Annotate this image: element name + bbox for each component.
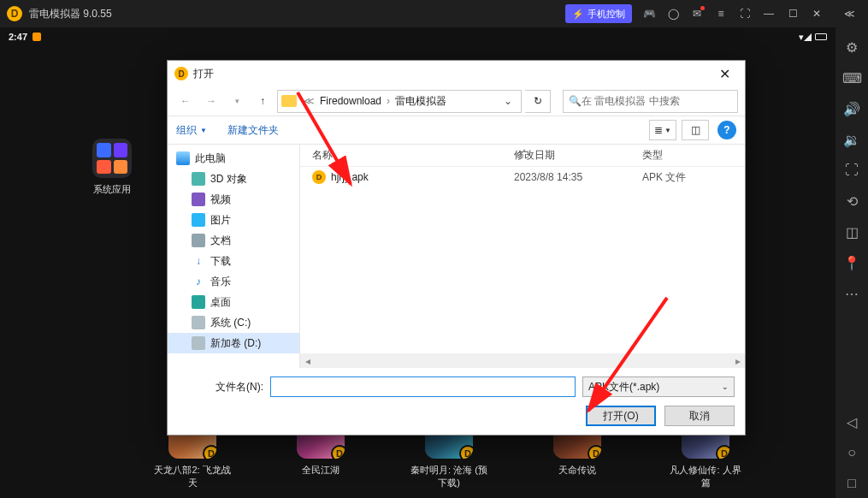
tree-documents[interactable]: 文档	[168, 230, 299, 251]
filetype-label: APK文件(*.apk)	[588, 380, 659, 394]
menu-icon[interactable]: ≡	[709, 2, 733, 26]
scroll-right-icon[interactable]: ▸	[730, 353, 745, 368]
file-name: hjrjy.apk	[331, 171, 369, 183]
android-statusbar: 2:47 ▾	[0, 27, 836, 46]
maximize-button[interactable]: ☐	[781, 2, 805, 26]
refresh-button[interactable]: ↻	[525, 90, 551, 113]
emulator-logo-icon: D	[7, 6, 22, 21]
cancel-button[interactable]: 取消	[664, 406, 735, 426]
emulator-close-button[interactable]: ✕	[805, 2, 829, 26]
android-back-button[interactable]: ◁	[837, 407, 866, 436]
col-type[interactable]: 类型	[642, 148, 745, 163]
tree-label: 视频	[210, 193, 231, 207]
tree-pictures[interactable]: 图片	[168, 210, 299, 230]
app-badge-icon: D	[459, 445, 473, 459]
phone-control-button[interactable]: ⚡ 手机控制	[565, 4, 632, 23]
tree-downloads[interactable]: ↓下载	[168, 251, 299, 271]
game-label: 凡人修仙传: 人界篇	[667, 464, 744, 489]
new-folder-label: 新建文件夹	[227, 123, 279, 138]
side-volume-up-icon[interactable]: 🔊	[837, 94, 866, 123]
organize-menu[interactable]: 组织 ▼	[176, 123, 207, 138]
collapse-sidebar-button[interactable]: ≪	[837, 2, 861, 26]
side-keyboard-icon[interactable]: ⌨	[837, 63, 866, 92]
scroll-left-icon[interactable]: ◂	[300, 353, 315, 368]
filetype-select[interactable]: APK文件(*.apk) ⌄	[582, 376, 735, 397]
filename-input[interactable]	[270, 376, 576, 397]
emulator-titlebar: D 雷电模拟器 9.0.55 ⚡ 手机控制 🎮 ◯ ✉ ≡ ⛶ — ☐ ✕ ≪	[0, 0, 868, 27]
nav-up-button[interactable]: ↑	[251, 90, 274, 112]
bolt-icon: ⚡	[572, 9, 584, 20]
new-folder-button[interactable]: 新建文件夹	[227, 123, 279, 138]
minimize-button[interactable]: —	[757, 2, 781, 26]
chevron-right-icon: ≪	[302, 95, 316, 107]
tree-3d-objects[interactable]: 3D 对象	[168, 169, 299, 189]
android-home-button[interactable]: ○	[837, 438, 866, 467]
game-label: 天龙八部2: 飞龙战天	[154, 464, 231, 489]
file-row[interactable]: D hjrjy.apk 2023/8/8 14:35 APK 文件	[300, 167, 745, 187]
filename-label: 文件名(N):	[178, 380, 263, 394]
col-date[interactable]: 修改日期	[514, 148, 642, 163]
signal-icon	[804, 33, 812, 41]
emulator-title: 雷电模拟器 9.0.55	[29, 7, 112, 21]
tree-d-drive[interactable]: 新加卷 (D:)	[168, 333, 299, 353]
open-button-label: 打开(O)	[603, 409, 638, 424]
game-label: 全民江湖	[282, 464, 359, 477]
fullscreen-icon[interactable]: ⛶	[733, 2, 757, 26]
android-recent-button[interactable]: □	[837, 469, 866, 498]
side-settings-icon[interactable]: ⚙	[837, 33, 866, 62]
search-box[interactable]: 🔍	[563, 90, 738, 113]
organize-label: 组织	[176, 123, 197, 138]
app-badge-icon: D	[331, 445, 345, 459]
system-apps-icon	[92, 139, 132, 178]
file-date: 2023/8/8 14:35	[514, 171, 642, 183]
help-button[interactable]: ?	[717, 121, 736, 139]
mail-icon[interactable]: ✉	[685, 2, 709, 26]
dialog-toolbar: 组织 ▼ 新建文件夹 ≣ ▼ ◫ ?	[168, 116, 745, 145]
chevron-down-icon: ▼	[200, 127, 207, 134]
system-apps-shortcut[interactable]: 系统应用	[86, 139, 139, 196]
apk-file-icon: D	[312, 170, 326, 184]
column-headers: ▴ 名称 修改日期 类型	[300, 145, 745, 167]
col-name[interactable]: 名称	[300, 148, 514, 163]
side-refresh-icon[interactable]: ⟲	[837, 187, 866, 216]
side-multi-instance-icon[interactable]: ◫	[837, 217, 866, 246]
tree-music[interactable]: ♪音乐	[168, 271, 299, 292]
cancel-button-label: 取消	[689, 409, 710, 424]
gamepad-icon[interactable]: 🎮	[637, 2, 661, 26]
side-fullscreen-icon[interactable]: ⛶	[837, 156, 866, 185]
dialog-close-button[interactable]: ✕	[707, 62, 741, 86]
search-input[interactable]	[582, 95, 732, 107]
tree-c-drive[interactable]: 系统 (C:)	[168, 312, 299, 333]
user-icon[interactable]: ◯	[661, 2, 685, 26]
address-bar[interactable]: ≪ Firedownload › 雷电模拟器 ⌄	[277, 90, 522, 113]
mic-indicator-icon	[32, 33, 41, 41]
folder-tree: 此电脑 3D 对象 视频 图片 文档 ↓下载 ♪音乐 桌面 系统 (C:) 新加…	[168, 145, 300, 368]
system-apps-label: 系统应用	[86, 183, 139, 196]
chevron-right-icon: ›	[385, 95, 392, 107]
open-button[interactable]: 打开(O)	[586, 406, 656, 426]
side-more-icon[interactable]: ⋯	[837, 279, 866, 308]
tree-label: 文档	[210, 234, 231, 248]
address-dropdown-icon[interactable]: ⌄	[499, 95, 517, 107]
tree-label: 3D 对象	[210, 172, 247, 187]
file-open-dialog: D 打开 ✕ ← → ▾ ↑ ≪ Firedownload › 雷电模拟器 ⌄ …	[167, 60, 746, 436]
breadcrumb[interactable]: Firedownload	[320, 95, 381, 107]
view-mode-button[interactable]: ≣ ▼	[649, 120, 676, 140]
nav-recent-button[interactable]: ▾	[226, 90, 248, 112]
tree-label: 音乐	[210, 275, 231, 289]
tree-desktop[interactable]: 桌面	[168, 292, 299, 312]
game-label: 天命传说	[539, 464, 616, 477]
tree-videos[interactable]: 视频	[168, 189, 299, 210]
breadcrumb[interactable]: 雷电模拟器	[395, 94, 446, 109]
side-location-icon[interactable]: 📍	[837, 248, 866, 277]
side-volume-down-icon[interactable]: 🔉	[837, 125, 866, 154]
tree-this-pc[interactable]: 此电脑	[168, 148, 299, 169]
preview-pane-button[interactable]: ◫	[682, 120, 709, 140]
nav-forward-button[interactable]: →	[200, 90, 222, 112]
horizontal-scrollbar[interactable]: ◂ ▸	[300, 353, 745, 368]
nav-back-button[interactable]: ←	[174, 90, 197, 112]
tree-label: 此电脑	[195, 151, 226, 166]
folder-icon	[281, 95, 297, 107]
sort-indicator-icon: ▴	[523, 146, 526, 154]
dialog-app-icon: D	[174, 67, 188, 80]
